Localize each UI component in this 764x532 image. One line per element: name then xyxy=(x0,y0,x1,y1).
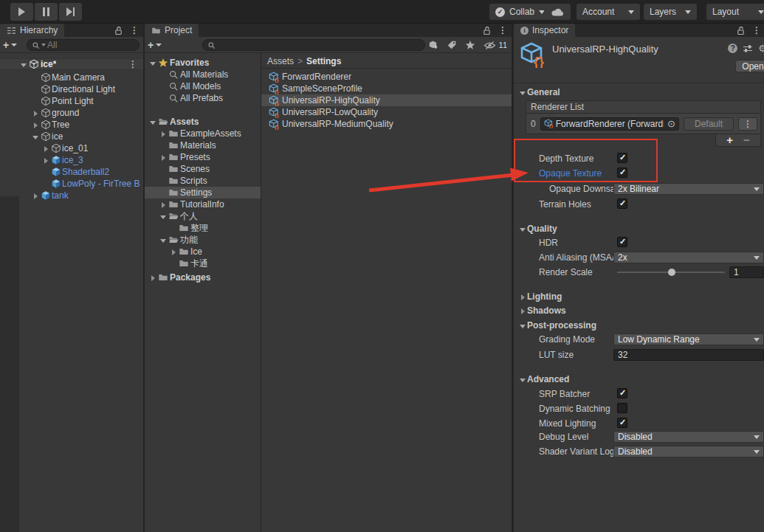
kebab-menu-icon[interactable]: ⋮ xyxy=(752,25,761,35)
foldout-collapsed-icon[interactable] xyxy=(31,120,41,130)
default-button[interactable]: Default xyxy=(684,117,734,131)
project-tree-item[interactable]: Packages xyxy=(145,272,261,283)
foldout-expanded-icon[interactable] xyxy=(148,117,158,127)
terrain-holes-checkbox[interactable] xyxy=(617,198,627,209)
dynamic-batching-checkbox[interactable] xyxy=(617,403,627,413)
remove-renderer-button[interactable]: − xyxy=(743,137,750,144)
kebab-menu-icon[interactable]: ⋮ xyxy=(128,59,137,69)
section-post-processing[interactable]: Post-processing xyxy=(514,319,764,331)
hierarchy-item[interactable]: Main Camera xyxy=(0,72,143,83)
hierarchy-item[interactable]: Shaderball2 xyxy=(0,166,143,178)
debug-level-dropdown[interactable]: Disabled xyxy=(613,431,764,443)
project-tree-item[interactable]: 个人 xyxy=(145,210,261,222)
add-renderer-button[interactable]: + xyxy=(726,137,733,144)
lock-icon[interactable] xyxy=(737,26,745,35)
mixed-lighting-checkbox[interactable] xyxy=(617,418,627,428)
add-asset-button[interactable]: + xyxy=(148,39,167,51)
gear-icon[interactable]: ⚙ xyxy=(758,43,764,54)
play-button[interactable] xyxy=(10,3,33,21)
project-tree-item[interactable]: Ice xyxy=(145,246,261,258)
srp-batcher-checkbox[interactable] xyxy=(617,388,627,398)
object-picker-icon[interactable]: ⊙ xyxy=(666,118,677,129)
lock-icon[interactable] xyxy=(483,26,491,35)
scene-header-row[interactable]: ice* ⋮ xyxy=(0,58,143,70)
tab-project[interactable]: Project xyxy=(145,24,199,37)
hidden-packages-toggle[interactable]: 11 xyxy=(483,41,507,50)
depth-texture-checkbox[interactable] xyxy=(617,153,627,163)
section-general[interactable]: General xyxy=(514,86,764,98)
anti-aliasing-dropdown[interactable]: 2x xyxy=(613,252,764,263)
project-tree-item[interactable]: All Prefabs xyxy=(145,92,261,104)
hierarchy-item[interactable]: Directional Light xyxy=(0,83,143,95)
foldout-expanded-icon[interactable] xyxy=(19,60,29,69)
asset-list-item[interactable]: UniversalRP-LowQuality xyxy=(261,106,512,118)
open-button[interactable]: Open xyxy=(735,60,764,72)
breadcrumb-root[interactable]: Assets xyxy=(267,56,294,66)
foldout-collapsed-icon[interactable] xyxy=(148,273,158,283)
foldout-collapsed-icon[interactable] xyxy=(169,247,179,257)
hierarchy-item[interactable]: tank xyxy=(0,190,143,201)
foldout-collapsed-icon[interactable] xyxy=(41,144,51,153)
layers-dropdown[interactable]: Layers xyxy=(644,4,697,20)
presets-icon[interactable] xyxy=(743,44,753,53)
hierarchy-item[interactable]: Point Light xyxy=(0,95,143,107)
opaque-texture-checkbox[interactable] xyxy=(617,167,627,178)
foldout-collapsed-icon[interactable] xyxy=(159,129,168,139)
project-tree-item[interactable]: Scenes xyxy=(145,163,261,175)
project-tree-item[interactable]: 功能 xyxy=(145,234,261,246)
renderer-object-field[interactable]: ForwardRenderer (ForwardRendererData) ⊙ xyxy=(540,117,679,131)
hierarchy-search-input[interactable] xyxy=(47,40,134,50)
breadcrumb-current[interactable]: Settings xyxy=(306,56,341,66)
save-search-star-icon[interactable] xyxy=(465,40,475,50)
section-advanced[interactable]: Advanced xyxy=(514,373,764,385)
kebab-menu-icon[interactable]: ⋮ xyxy=(130,25,139,35)
project-tree-item[interactable]: All Models xyxy=(145,80,261,92)
cloud-button[interactable] xyxy=(544,4,571,20)
section-shadows[interactable]: Shadows xyxy=(514,305,764,317)
tab-hierarchy[interactable]: Hierarchy xyxy=(0,24,64,37)
foldout-collapsed-icon[interactable] xyxy=(159,153,168,162)
layout-dropdown[interactable]: Layout xyxy=(706,4,764,20)
help-icon[interactable]: ? xyxy=(728,44,737,53)
foldout-collapsed-icon[interactable] xyxy=(31,191,41,201)
foldout-expanded-icon[interactable] xyxy=(31,132,41,142)
lut-size-field[interactable]: 32 xyxy=(613,349,764,361)
search-by-type-icon[interactable] xyxy=(427,39,438,51)
project-tree-item[interactable]: Favorites xyxy=(145,57,261,69)
foldout-expanded-icon[interactable] xyxy=(159,212,168,221)
render-scale-value-field[interactable]: 1 xyxy=(729,266,764,278)
project-tree-item[interactable]: Presets xyxy=(145,151,261,163)
project-tree-item[interactable]: Assets xyxy=(145,116,261,128)
opaque-downsampling-dropdown[interactable]: 2x Bilinear xyxy=(613,183,764,195)
asset-list-item-selected[interactable]: UniversalRP-HighQuality xyxy=(261,94,512,106)
hierarchy-item[interactable]: Tree xyxy=(0,119,143,131)
hierarchy-item[interactable]: ice xyxy=(0,131,143,142)
grading-mode-dropdown[interactable]: Low Dynamic Range xyxy=(613,334,764,345)
project-tree-item[interactable]: ExampleAssets xyxy=(145,128,261,139)
project-tree-item[interactable]: 整理 xyxy=(145,222,261,234)
asset-list-item[interactable]: UniversalRP-MediumQuality xyxy=(261,118,512,130)
foldout-collapsed-icon[interactable] xyxy=(159,200,168,210)
asset-list-item[interactable]: SampleSceneProfile xyxy=(261,83,512,94)
foldout-expanded-icon[interactable] xyxy=(159,235,168,245)
renderer-list-item[interactable]: 0 ForwardRenderer (ForwardRendererData) … xyxy=(526,114,761,134)
pause-button[interactable] xyxy=(35,3,58,21)
project-tree-item[interactable]: Materials xyxy=(145,139,261,151)
hierarchy-item[interactable]: ice_01 xyxy=(0,142,143,154)
project-tree-item[interactable]: Scripts xyxy=(145,175,261,187)
collab-dropdown[interactable]: ✓ Collab xyxy=(489,4,551,20)
hierarchy-item[interactable]: ground xyxy=(0,107,143,119)
foldout-collapsed-icon[interactable] xyxy=(41,156,51,165)
hierarchy-item[interactable]: LowPoly - FirTree B xyxy=(0,178,143,190)
search-by-label-icon[interactable] xyxy=(447,40,457,50)
tab-inspector[interactable]: i Inspector xyxy=(514,24,575,37)
lock-icon[interactable] xyxy=(114,26,123,35)
project-tree-item[interactable]: All Materials xyxy=(145,69,261,80)
project-tree-item-selected[interactable]: Settings xyxy=(145,187,261,198)
project-search-input[interactable] xyxy=(217,40,420,50)
project-tree-item[interactable]: 卡通 xyxy=(145,258,261,269)
step-button[interactable] xyxy=(59,3,82,21)
add-gameobject-button[interactable]: + xyxy=(3,39,22,51)
account-dropdown[interactable]: Account xyxy=(577,4,640,20)
render-scale-slider[interactable] xyxy=(617,272,725,273)
